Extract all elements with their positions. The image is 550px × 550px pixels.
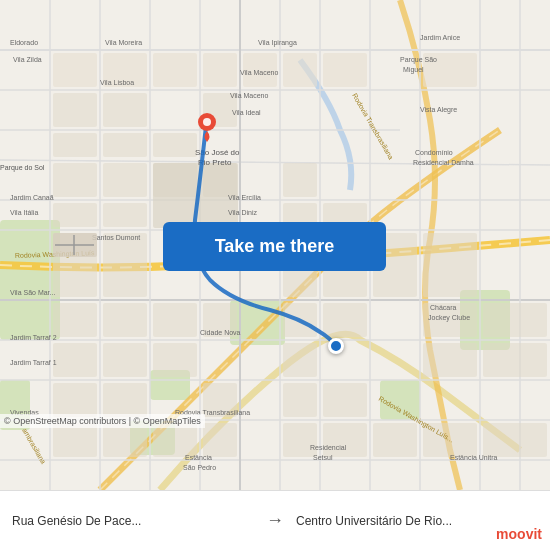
svg-rect-59 [423, 233, 477, 297]
svg-rect-82 [203, 423, 237, 457]
svg-rect-64 [283, 303, 317, 337]
svg-rect-79 [53, 423, 97, 457]
svg-text:Jardim Tarraf 2: Jardim Tarraf 2 [10, 334, 57, 341]
svg-text:Jardim Anice: Jardim Anice [420, 34, 460, 41]
svg-rect-81 [153, 423, 197, 457]
svg-rect-70 [153, 343, 197, 377]
svg-text:Vila Maceno: Vila Maceno [230, 92, 269, 99]
svg-rect-75 [103, 383, 147, 417]
svg-text:Setsul: Setsul [313, 454, 333, 461]
route-from-label: Rua Genésio De Pace... [0, 514, 266, 528]
svg-rect-32 [153, 53, 197, 87]
svg-rect-84 [323, 423, 367, 457]
svg-text:Cidade Nova: Cidade Nova [200, 329, 241, 336]
svg-text:Santos Dumont: Santos Dumont [92, 234, 140, 241]
svg-text:Eldorado: Eldorado [10, 39, 38, 46]
svg-rect-44 [53, 163, 97, 197]
svg-rect-41 [53, 133, 97, 157]
svg-rect-71 [283, 343, 317, 377]
take-me-there-button[interactable]: Take me there [163, 222, 386, 271]
svg-text:Residencial Damha: Residencial Damha [413, 159, 474, 166]
svg-rect-72 [423, 343, 477, 377]
svg-text:Vila Zilda: Vila Zilda [13, 56, 42, 63]
svg-rect-67 [483, 303, 547, 337]
svg-rect-73 [483, 343, 547, 377]
destination-pin [328, 338, 344, 354]
svg-text:Vila Moreira: Vila Moreira [105, 39, 142, 46]
svg-text:Estância Unitra: Estância Unitra [450, 454, 498, 461]
svg-text:Rio Preto: Rio Preto [198, 158, 232, 167]
svg-text:Residencial: Residencial [310, 444, 347, 451]
svg-text:Vila Ipiranga: Vila Ipiranga [258, 39, 297, 47]
moovit-logo: moovit [496, 526, 542, 542]
svg-text:Vista Alegre: Vista Alegre [420, 106, 457, 114]
route-arrow-icon: → [266, 510, 284, 531]
svg-text:São José do: São José do [195, 148, 240, 157]
svg-text:Vila Ercília: Vila Ercília [228, 194, 261, 201]
svg-text:Jockey Clube: Jockey Clube [428, 314, 470, 322]
origin-pin [196, 112, 216, 140]
svg-text:Jardim Tarraf 1: Jardim Tarraf 1 [10, 359, 57, 366]
svg-text:São Pedro: São Pedro [183, 464, 216, 471]
svg-text:Parque São: Parque São [400, 56, 437, 64]
svg-rect-85 [373, 423, 417, 457]
svg-rect-65 [323, 303, 367, 337]
svg-rect-36 [323, 53, 367, 87]
svg-rect-62 [153, 303, 197, 337]
svg-rect-49 [153, 163, 238, 228]
svg-rect-61 [103, 303, 147, 337]
svg-rect-87 [483, 423, 547, 457]
svg-rect-30 [53, 53, 97, 87]
svg-rect-39 [103, 93, 147, 127]
svg-rect-2 [230, 300, 285, 345]
svg-rect-35 [283, 53, 317, 87]
bottom-bar: Rua Genésio De Pace... → Centro Universi… [0, 490, 550, 550]
svg-rect-45 [103, 163, 147, 197]
svg-text:Vila Maceno: Vila Maceno [240, 69, 279, 76]
svg-rect-1 [0, 220, 60, 340]
svg-rect-83 [283, 423, 317, 457]
svg-text:Miguel: Miguel [403, 66, 424, 74]
svg-rect-55 [103, 233, 147, 297]
svg-text:Estância: Estância [185, 454, 212, 461]
svg-rect-77 [283, 383, 317, 417]
svg-rect-78 [323, 383, 367, 417]
svg-rect-43 [153, 133, 197, 157]
svg-text:Vila São Mar...: Vila São Mar... [10, 289, 55, 296]
svg-rect-33 [203, 53, 237, 87]
svg-text:Vila Ideal: Vila Ideal [232, 109, 261, 116]
map-attribution: © OpenStreetMap contributors | © OpenMap… [0, 414, 205, 428]
svg-text:Parque do Sol: Parque do Sol [0, 164, 45, 172]
svg-text:Vila Itália: Vila Itália [10, 209, 38, 216]
svg-rect-68 [53, 343, 97, 377]
svg-text:Vila Lisboa: Vila Lisboa [100, 79, 134, 86]
svg-rect-50 [53, 203, 97, 227]
svg-text:Vila Diniz: Vila Diniz [228, 209, 258, 216]
svg-text:Condomínio: Condomínio [415, 149, 453, 156]
svg-rect-74 [53, 383, 97, 417]
map-container: São José do Rio Preto Eldorado Vila More… [0, 0, 550, 490]
svg-point-132 [203, 118, 211, 126]
svg-text:Jardim Canaã: Jardim Canaã [10, 194, 54, 201]
svg-rect-38 [53, 93, 97, 127]
svg-rect-69 [103, 343, 147, 377]
svg-rect-51 [103, 203, 147, 227]
svg-rect-42 [103, 133, 147, 157]
svg-rect-60 [53, 303, 97, 337]
svg-rect-80 [103, 423, 147, 457]
svg-rect-48 [283, 163, 317, 197]
svg-text:Chácara: Chácara [430, 304, 457, 311]
